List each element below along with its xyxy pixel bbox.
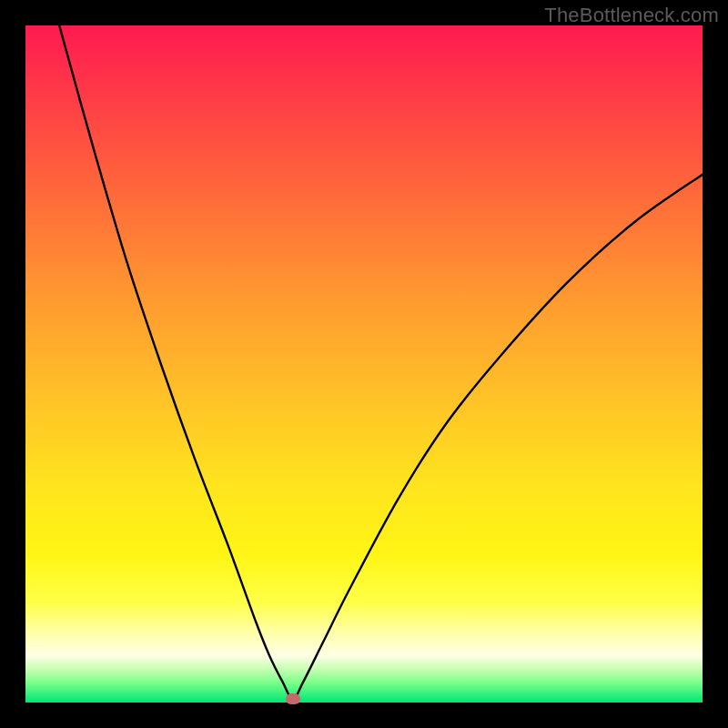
chart-frame: TheBottleneck.com xyxy=(0,0,728,728)
plot-area xyxy=(25,25,703,703)
watermark-text: TheBottleneck.com xyxy=(544,4,719,27)
bottleneck-curve xyxy=(25,25,703,703)
optimal-point-marker xyxy=(286,693,300,704)
